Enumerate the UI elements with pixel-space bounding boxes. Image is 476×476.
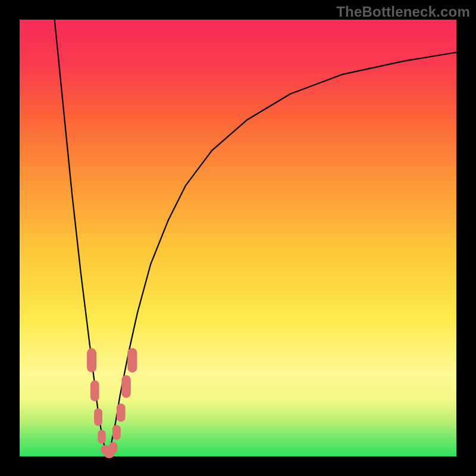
curve-marker <box>98 430 105 444</box>
curve-marker <box>109 442 118 453</box>
curve-marker <box>121 375 130 398</box>
curve-marker <box>94 408 102 425</box>
curve-marker <box>112 425 121 440</box>
bottleneck-curve <box>55 20 456 456</box>
watermark-text: TheBottleneck.com <box>336 4 470 20</box>
chart-svg <box>20 20 456 456</box>
curve-marker <box>87 348 96 372</box>
curve-marker <box>127 348 137 372</box>
plot-area <box>20 20 456 456</box>
chart-frame: TheBottleneck.com <box>0 0 476 476</box>
curve-marker <box>117 403 126 422</box>
curve-marker <box>90 380 99 401</box>
